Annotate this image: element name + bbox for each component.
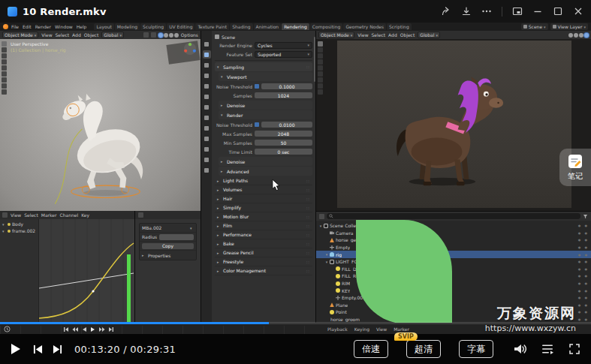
- section-title: Color Management: [223, 268, 266, 273]
- viewport-tool-8: [2, 89, 7, 95]
- notes-button[interactable]: 笔记: [559, 149, 591, 186]
- properties-section-color-management: ▸Color Management::: [215, 266, 312, 275]
- quality-button[interactable]: 超清: [406, 340, 441, 358]
- subtitle-button[interactable]: 字幕: [459, 340, 493, 358]
- clay-horse-model: [44, 77, 167, 206]
- timeline-ticks: [0, 326, 323, 334]
- caret-icon: ▸: [217, 206, 221, 210]
- seek-bar[interactable]: [0, 322, 591, 324]
- armature-icon: [330, 252, 334, 257]
- view-layer-selector: View Layer▾: [550, 23, 588, 30]
- subsection-viewport: ▾Viewport: [219, 72, 312, 81]
- empty-icon: [330, 245, 334, 250]
- properties-section-freestyle: ▸Freestyle::: [215, 257, 312, 266]
- more-icon[interactable]: [481, 6, 492, 17]
- jump-to-end-icon: [108, 326, 114, 332]
- pip-icon[interactable]: [512, 6, 523, 17]
- app-logo-icon: [8, 7, 17, 17]
- workspace-tab-animation: Animation: [254, 23, 282, 30]
- radius-row: Radius: [140, 233, 196, 242]
- caret-icon: ▸: [217, 251, 221, 255]
- render-viewport-menu-add: Add: [388, 32, 397, 38]
- viewport-3d-menus: ViewSelectAddObject: [41, 32, 98, 38]
- render-viewport-header: Object Mode▾ ViewSelectAddObject Global▾: [316, 31, 591, 39]
- graph-menu-view: View: [11, 212, 21, 218]
- visibility-toggles: ● ●: [578, 238, 589, 242]
- collection-icon: [330, 260, 334, 264]
- visibility-toggles: ● ●: [578, 281, 589, 285]
- close-icon[interactable]: [573, 6, 583, 17]
- play-reverse-icon: [81, 326, 87, 332]
- workspace-tab-uv-editing: UV Editing: [167, 23, 194, 30]
- workspace-tab-rendering: Rendering: [282, 23, 309, 30]
- blender-menu-render: Render: [35, 24, 51, 29]
- properties-sections: ▸Light Paths::▸Volumes::▸Hair::▸Simplify…: [215, 176, 312, 275]
- channel-list: ▾Body▾frame.002: [0, 219, 39, 323]
- channel-body: ▾Body: [0, 221, 38, 227]
- volume-icon[interactable]: [513, 343, 526, 355]
- download-icon[interactable]: [461, 6, 472, 17]
- graph-menu-marker: Marker: [41, 212, 57, 218]
- topbar-selectors: Scene▾ View Layer▾: [521, 23, 588, 30]
- window-title: 10 Render.mkv: [23, 6, 107, 17]
- section-title: Freestyle: [223, 259, 243, 264]
- play-forward-icon: [90, 326, 96, 332]
- shading-mode-icons: [158, 33, 179, 38]
- render-viewport-menus: ViewSelectAddObject: [357, 32, 415, 38]
- channel-label: Body: [12, 221, 23, 227]
- rendered-horse: [387, 57, 514, 200]
- minimize-icon[interactable]: [532, 6, 543, 17]
- render-transform-dropdown: Global▾: [418, 32, 440, 38]
- viewport-tool-2: [2, 53, 7, 59]
- visibility-toggles: ● ●: [578, 253, 589, 257]
- render-viewport-menu-object: Object: [400, 32, 415, 38]
- caret-icon: ▸: [217, 224, 221, 228]
- drag-dots-icon: ::: [306, 233, 310, 237]
- maximize-icon[interactable]: [553, 6, 563, 17]
- section-title: Grease Pencil: [223, 250, 254, 255]
- next-button[interactable]: [53, 344, 62, 354]
- visibility-toggles: ● ●: [578, 289, 589, 293]
- properties-tab-constraints: [203, 145, 211, 153]
- outliner-search: [327, 213, 580, 219]
- render-noise-row: Noise Threshold0.0100: [215, 120, 312, 129]
- render-viewport: Object Mode▾ ViewSelectAddObject Global▾: [316, 31, 591, 211]
- channel-color-dot: [8, 230, 11, 233]
- visibility-toggles: ● ●: [578, 274, 589, 278]
- outliner-item-label: LIGHT_FG: [336, 259, 357, 264]
- fullscreen-icon[interactable]: [568, 343, 580, 355]
- share-icon[interactable]: [441, 6, 451, 17]
- workspace-tab-sculpting: Sculpting: [140, 23, 166, 30]
- seek-progress: [0, 322, 269, 324]
- watermark: 万象资源网 https://www.wxzyw.cn: [485, 304, 576, 333]
- video-content[interactable]: FileEditRenderWindowHelp LayoutModelingS…: [0, 23, 591, 334]
- properties-tab-physics: [203, 134, 211, 143]
- subsection-advanced: ▸Advanced: [219, 167, 312, 176]
- notes-label: 笔记: [568, 171, 583, 182]
- time-limit-row: Time Limit0 sec: [215, 147, 312, 156]
- viewport-menu-add: Add: [72, 32, 81, 38]
- sidebar-header: [135, 211, 201, 219]
- subsection-denoise-render: ▸Denoise: [219, 157, 312, 166]
- light-icon: [336, 288, 340, 293]
- previous-button[interactable]: [33, 344, 43, 354]
- properties-tab-world: [203, 92, 211, 101]
- light-icon: [336, 281, 340, 286]
- scene-selector: Scene▾: [521, 23, 548, 30]
- speed-button[interactable]: 倍速: [354, 340, 388, 358]
- play-button[interactable]: [11, 343, 21, 355]
- render-tool-0: [318, 41, 323, 47]
- visibility-toggles: ● ●: [578, 267, 589, 271]
- transform-orientation-dropdown: Global▾: [101, 32, 124, 38]
- blender-menu-file: File: [11, 24, 19, 29]
- viewport-menu-view: View: [41, 32, 52, 38]
- prev-keyframe-icon: [72, 326, 78, 332]
- playlist-icon[interactable]: [541, 343, 553, 355]
- section-title: Motion Blur: [223, 214, 249, 219]
- drag-dots-icon: ::: [306, 269, 310, 273]
- viewport-3d-header: Object Mode▾ ViewSelectAddObject Global▾…: [0, 31, 201, 39]
- visibility-toggles: ● ●: [578, 317, 589, 321]
- properties-tab-output: [203, 61, 211, 69]
- outliner-item-label: KEY: [342, 288, 350, 293]
- graph-menu-channel: Channel: [60, 212, 79, 218]
